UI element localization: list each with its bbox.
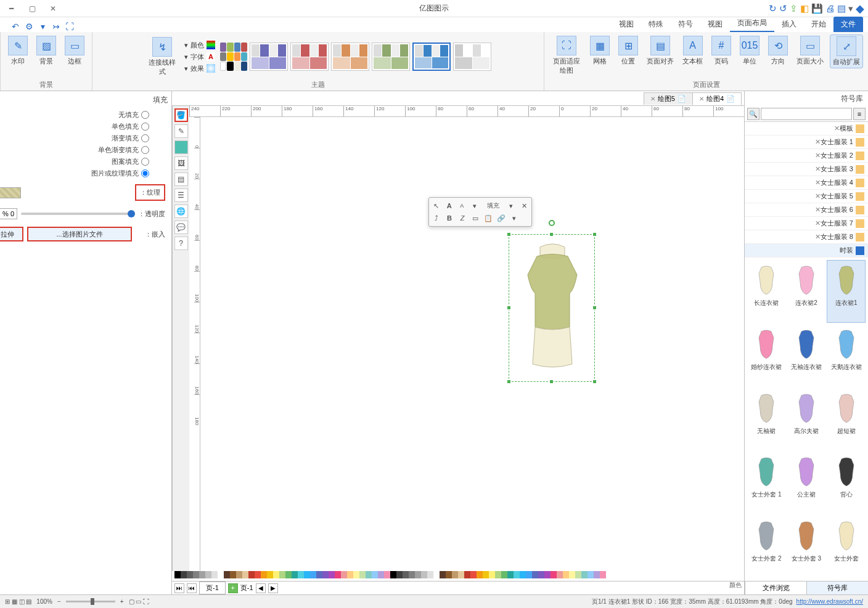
menu-tab-insert[interactable]: 插入 [774,17,804,32]
ft-italic-icon[interactable]: Z [457,213,468,224]
qat-save-icon[interactable]: 💾 [811,3,823,14]
theme-swatch-2[interactable] [372,43,410,71]
color-swatch[interactable] [335,571,341,578]
shape-cell[interactable]: 女士外套 3 [787,516,826,578]
ft-connector-icon[interactable]: ⤴ [431,213,442,224]
shape-cell[interactable]: 婚纱连衣裙 [747,324,786,387]
stretch-toggle-button[interactable]: 拉伸 [0,227,23,241]
color-swatch[interactable] [199,571,205,578]
theme-swatch-3[interactable] [331,43,369,71]
page-last-button[interactable]: ⏭ [174,583,184,593]
color-swatch[interactable] [267,571,273,578]
shape-cell[interactable]: 天鹅连衣裙 [827,324,866,387]
color-swatch[interactable] [242,571,248,578]
zoom-out-button[interactable]: − [57,598,61,605]
category-item[interactable]: 女士服装 2✕ [745,149,868,163]
qat-redo-icon[interactable]: ↻ [769,3,777,14]
category-item[interactable]: 模板✕ [745,122,868,136]
page-add-button[interactable]: + [228,583,238,593]
btn-unit[interactable]: 015单位 [737,34,762,67]
color-swatch[interactable] [581,571,588,578]
theme-swatch-1[interactable] [412,43,451,71]
category-item[interactable]: 女士服装 1✕ [745,136,868,149]
close-icon[interactable]: ✕ [815,233,821,241]
shape-cell[interactable]: 连衣裙2 [787,260,826,323]
ft-link-icon[interactable]: 🔗 [496,213,507,224]
qat-share-icon[interactable]: ◧ [800,3,809,14]
resize-handle[interactable] [549,379,554,384]
color-swatch[interactable] [409,571,415,578]
color-swatch[interactable] [218,571,224,578]
ft-fill-label[interactable]: 填充 [482,200,504,211]
shape-cell[interactable]: 无袖裙 [747,388,786,451]
btn-background[interactable]: ▨背景 [34,34,59,67]
close-icon[interactable]: ✕ [699,95,704,102]
close-icon[interactable]: ✕ [815,192,821,200]
btn-connector-style[interactable]: ↯连接线样式 [145,36,179,78]
qat2-dropdown-icon[interactable]: ▾ [37,21,48,32]
btn-fit-drawing[interactable]: ⛶页面适应绘图 [549,34,584,76]
color-swatch[interactable] [248,571,255,578]
category-item[interactable]: 女士服装 6✕ [745,203,868,217]
radio-gradient-fill[interactable]: 渐变填充 [0,134,149,143]
qat-print-icon[interactable]: 🖨 [825,3,835,14]
color-swatch[interactable] [384,571,390,578]
color-swatch[interactable] [538,571,544,578]
ft-rect-icon[interactable]: ▭ [470,213,481,224]
resize-handle[interactable] [507,379,511,384]
vt-layer-icon[interactable]: ☰ [174,188,188,202]
color-swatch[interactable] [310,571,316,578]
qat-undo-icon[interactable]: ↺ [779,3,787,14]
color-swatch[interactable] [421,571,427,578]
choose-image-button[interactable]: 选择图片文件... [27,227,132,241]
color-swatch[interactable] [470,571,477,578]
radio-no-fill[interactable]: 无填充 [0,110,149,120]
close-icon[interactable]: ✕ [650,95,655,102]
color-swatch[interactable] [353,571,359,578]
page-next-button[interactable]: ▶ [268,583,278,593]
menu-tab-view2[interactable]: 视图 [612,17,641,32]
symbol-search-input[interactable] [761,108,852,120]
btn-border[interactable]: ▭边框 [62,34,87,67]
btn-textbox[interactable]: A文本框 [680,34,705,67]
category-item[interactable]: 女士服装 4✕ [745,176,868,190]
color-swatch[interactable] [322,571,329,578]
ft-bold-icon[interactable]: B [444,213,455,224]
shape-cell[interactable]: 长连衣裙 [747,260,786,323]
qat2-gear-icon[interactable]: ⚙ [23,21,35,32]
selected-shape-dress[interactable] [515,241,589,376]
menu-tab-symbol[interactable]: 符号 [671,17,700,32]
search-menu-button[interactable]: ≡ [853,108,866,120]
selection-box[interactable] [509,234,595,382]
color-swatch[interactable] [347,571,353,578]
status-view-icons[interactable]: ⊞ ▦ ◫ ▤ [5,598,31,605]
theme-swatch-5[interactable] [250,43,288,71]
color-swatch[interactable] [390,571,396,578]
vt-comment-icon[interactable]: 💬 [174,221,188,234]
rotation-handle[interactable] [549,220,555,226]
category-item[interactable]: 女士服装 3✕ [745,163,868,176]
panel-tab-library[interactable]: 符号库 [806,582,868,594]
menu-tab-start[interactable]: 开始 [804,17,833,32]
color-swatch[interactable] [224,571,230,578]
color-swatch[interactable] [403,571,409,578]
vt-image-icon[interactable]: 🖼 [174,156,188,170]
color-swatch[interactable] [532,571,538,578]
close-icon[interactable]: ✕ [815,165,821,173]
color-swatch[interactable] [193,571,199,578]
page-prev-button[interactable]: ◀ [256,583,266,593]
color-swatch[interactable] [366,571,372,578]
color-swatch[interactable] [304,571,310,578]
vt-text-icon[interactable]: ▤ [174,172,188,186]
radio-texture-fill[interactable]: 图片或纹理填充 [0,169,149,178]
ft-line-dropdown-icon[interactable]: ▾ [509,213,520,224]
resize-handle[interactable] [549,232,554,237]
resize-handle[interactable] [592,306,597,310]
color-swatch[interactable] [181,571,187,578]
color-swatch[interactable] [520,571,526,578]
category-item[interactable]: 时装 [745,244,868,257]
win-min-button[interactable]: ━ [4,2,18,15]
qat-export-icon[interactable]: ⇪ [790,3,798,14]
color-swatch[interactable] [285,571,292,578]
color-swatch[interactable] [452,571,458,578]
